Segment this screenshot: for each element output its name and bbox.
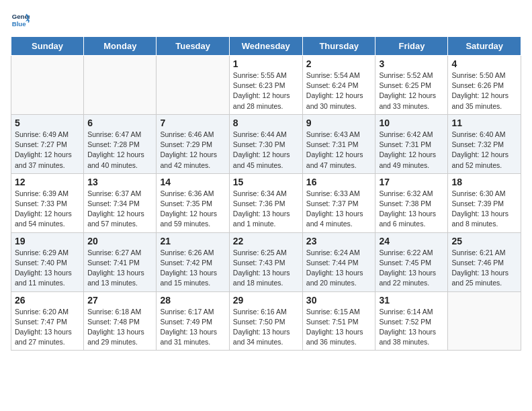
calendar-cell: 7Sunrise: 6:46 AM Sunset: 7:29 PM Daylig… bbox=[157, 114, 229, 173]
day-number: 21 bbox=[160, 236, 225, 246]
day-info: Sunrise: 6:32 AM Sunset: 7:38 PM Dayligh… bbox=[379, 189, 444, 230]
weekday-header-saturday: Saturday bbox=[448, 37, 521, 56]
calendar-cell: 3Sunrise: 5:52 AM Sunset: 6:25 PM Daylig… bbox=[375, 56, 448, 115]
day-number: 4 bbox=[451, 58, 517, 69]
day-info: Sunrise: 6:17 AM Sunset: 7:49 PM Dayligh… bbox=[160, 307, 225, 348]
day-number: 2 bbox=[306, 58, 372, 69]
calendar-table: SundayMondayTuesdayWednesdayThursdayFrid… bbox=[11, 36, 521, 351]
weekday-header-wednesday: Wednesday bbox=[229, 37, 302, 56]
day-info: Sunrise: 6:42 AM Sunset: 7:31 PM Dayligh… bbox=[379, 130, 444, 171]
day-info: Sunrise: 6:29 AM Sunset: 7:40 PM Dayligh… bbox=[15, 248, 80, 289]
day-info: Sunrise: 5:54 AM Sunset: 6:24 PM Dayligh… bbox=[306, 71, 372, 111]
day-number: 20 bbox=[87, 236, 152, 246]
day-number: 7 bbox=[160, 118, 225, 128]
logo: General Blue bbox=[11, 11, 32, 30]
day-info: Sunrise: 6:30 AM Sunset: 7:39 PM Dayligh… bbox=[451, 189, 517, 230]
day-number: 31 bbox=[379, 295, 444, 306]
day-number: 25 bbox=[451, 236, 517, 246]
day-number: 16 bbox=[306, 177, 372, 187]
calendar-cell bbox=[84, 56, 157, 115]
calendar-cell: 19Sunrise: 6:29 AM Sunset: 7:40 PM Dayli… bbox=[11, 232, 84, 291]
calendar-cell: 17Sunrise: 6:32 AM Sunset: 7:38 PM Dayli… bbox=[375, 173, 448, 232]
day-number: 13 bbox=[87, 177, 152, 187]
day-number: 12 bbox=[15, 177, 80, 187]
calendar-header: SundayMondayTuesdayWednesdayThursdayFrid… bbox=[11, 37, 521, 56]
calendar-cell: 31Sunrise: 6:14 AM Sunset: 7:52 PM Dayli… bbox=[375, 291, 448, 351]
calendar-cell: 2Sunrise: 5:54 AM Sunset: 6:24 PM Daylig… bbox=[302, 56, 375, 115]
calendar-cell bbox=[157, 56, 229, 115]
day-info: Sunrise: 6:37 AM Sunset: 7:34 PM Dayligh… bbox=[87, 189, 152, 230]
logo-icon: General Blue bbox=[11, 11, 30, 30]
day-info: Sunrise: 6:49 AM Sunset: 7:27 PM Dayligh… bbox=[15, 130, 80, 171]
day-info: Sunrise: 6:24 AM Sunset: 7:44 PM Dayligh… bbox=[306, 248, 372, 289]
calendar-cell: 22Sunrise: 6:25 AM Sunset: 7:43 PM Dayli… bbox=[229, 232, 302, 291]
day-info: Sunrise: 6:43 AM Sunset: 7:31 PM Dayligh… bbox=[306, 130, 372, 171]
calendar-cell: 10Sunrise: 6:42 AM Sunset: 7:31 PM Dayli… bbox=[375, 114, 448, 173]
page-header: General Blue bbox=[11, 11, 521, 30]
day-number: 22 bbox=[233, 236, 299, 246]
day-number: 11 bbox=[451, 118, 517, 128]
calendar-cell: 29Sunrise: 6:16 AM Sunset: 7:50 PM Dayli… bbox=[229, 291, 302, 351]
svg-text:General: General bbox=[12, 13, 30, 20]
calendar-cell bbox=[448, 291, 521, 351]
weekday-header-thursday: Thursday bbox=[302, 37, 375, 56]
day-number: 9 bbox=[306, 118, 372, 128]
day-number: 18 bbox=[451, 177, 517, 187]
day-info: Sunrise: 6:18 AM Sunset: 7:48 PM Dayligh… bbox=[87, 307, 152, 348]
day-info: Sunrise: 6:16 AM Sunset: 7:50 PM Dayligh… bbox=[233, 307, 299, 348]
calendar-cell: 18Sunrise: 6:30 AM Sunset: 7:39 PM Dayli… bbox=[448, 173, 521, 232]
calendar-cell: 6Sunrise: 6:47 AM Sunset: 7:28 PM Daylig… bbox=[84, 114, 157, 173]
day-number: 5 bbox=[15, 118, 80, 128]
day-info: Sunrise: 6:33 AM Sunset: 7:37 PM Dayligh… bbox=[306, 189, 372, 230]
calendar-cell: 12Sunrise: 6:39 AM Sunset: 7:33 PM Dayli… bbox=[11, 173, 84, 232]
day-number: 6 bbox=[87, 118, 152, 128]
calendar-cell: 23Sunrise: 6:24 AM Sunset: 7:44 PM Dayli… bbox=[302, 232, 375, 291]
day-number: 3 bbox=[379, 58, 444, 69]
day-info: Sunrise: 6:39 AM Sunset: 7:33 PM Dayligh… bbox=[15, 189, 80, 230]
calendar-cell: 30Sunrise: 6:15 AM Sunset: 7:51 PM Dayli… bbox=[302, 291, 375, 351]
calendar-cell: 20Sunrise: 6:27 AM Sunset: 7:41 PM Dayli… bbox=[84, 232, 157, 291]
day-info: Sunrise: 6:22 AM Sunset: 7:45 PM Dayligh… bbox=[379, 248, 444, 289]
calendar-cell: 24Sunrise: 6:22 AM Sunset: 7:45 PM Dayli… bbox=[375, 232, 448, 291]
calendar-cell: 28Sunrise: 6:17 AM Sunset: 7:49 PM Dayli… bbox=[157, 291, 229, 351]
calendar-cell: 15Sunrise: 6:34 AM Sunset: 7:36 PM Dayli… bbox=[229, 173, 302, 232]
calendar-cell: 4Sunrise: 5:50 AM Sunset: 6:26 PM Daylig… bbox=[448, 56, 521, 115]
day-info: Sunrise: 6:46 AM Sunset: 7:29 PM Dayligh… bbox=[160, 130, 225, 171]
calendar-cell bbox=[11, 56, 84, 115]
calendar-cell: 26Sunrise: 6:20 AM Sunset: 7:47 PM Dayli… bbox=[11, 291, 84, 351]
calendar-cell: 27Sunrise: 6:18 AM Sunset: 7:48 PM Dayli… bbox=[84, 291, 157, 351]
calendar-cell: 8Sunrise: 6:44 AM Sunset: 7:30 PM Daylig… bbox=[229, 114, 302, 173]
svg-text:Blue: Blue bbox=[12, 20, 26, 28]
day-number: 24 bbox=[379, 236, 444, 246]
calendar-cell: 14Sunrise: 6:36 AM Sunset: 7:35 PM Dayli… bbox=[157, 173, 229, 232]
weekday-header-sunday: Sunday bbox=[11, 37, 84, 56]
day-info: Sunrise: 5:50 AM Sunset: 6:26 PM Dayligh… bbox=[451, 71, 517, 111]
day-info: Sunrise: 6:26 AM Sunset: 7:42 PM Dayligh… bbox=[160, 248, 225, 289]
day-info: Sunrise: 6:15 AM Sunset: 7:51 PM Dayligh… bbox=[306, 307, 372, 348]
day-info: Sunrise: 6:20 AM Sunset: 7:47 PM Dayligh… bbox=[15, 307, 80, 348]
day-number: 8 bbox=[233, 118, 299, 128]
day-info: Sunrise: 6:25 AM Sunset: 7:43 PM Dayligh… bbox=[233, 248, 299, 289]
day-number: 19 bbox=[15, 236, 80, 246]
day-number: 29 bbox=[233, 295, 299, 306]
calendar-cell: 16Sunrise: 6:33 AM Sunset: 7:37 PM Dayli… bbox=[302, 173, 375, 232]
calendar-cell: 11Sunrise: 6:40 AM Sunset: 7:32 PM Dayli… bbox=[448, 114, 521, 173]
day-number: 27 bbox=[87, 295, 152, 306]
weekday-header-tuesday: Tuesday bbox=[157, 37, 229, 56]
weekday-header-monday: Monday bbox=[84, 37, 157, 56]
day-info: Sunrise: 5:52 AM Sunset: 6:25 PM Dayligh… bbox=[379, 71, 444, 111]
day-number: 30 bbox=[306, 295, 372, 306]
calendar-cell: 9Sunrise: 6:43 AM Sunset: 7:31 PM Daylig… bbox=[302, 114, 375, 173]
day-number: 26 bbox=[15, 295, 80, 306]
day-info: Sunrise: 6:34 AM Sunset: 7:36 PM Dayligh… bbox=[233, 189, 299, 230]
day-number: 28 bbox=[160, 295, 225, 306]
day-info: Sunrise: 6:40 AM Sunset: 7:32 PM Dayligh… bbox=[451, 130, 517, 171]
day-number: 23 bbox=[306, 236, 372, 246]
day-number: 1 bbox=[233, 58, 299, 69]
day-number: 17 bbox=[379, 177, 444, 187]
day-info: Sunrise: 6:21 AM Sunset: 7:46 PM Dayligh… bbox=[451, 248, 517, 289]
day-info: Sunrise: 6:14 AM Sunset: 7:52 PM Dayligh… bbox=[379, 307, 444, 348]
day-number: 15 bbox=[233, 177, 299, 187]
day-info: Sunrise: 6:36 AM Sunset: 7:35 PM Dayligh… bbox=[160, 189, 225, 230]
day-number: 10 bbox=[379, 118, 444, 128]
